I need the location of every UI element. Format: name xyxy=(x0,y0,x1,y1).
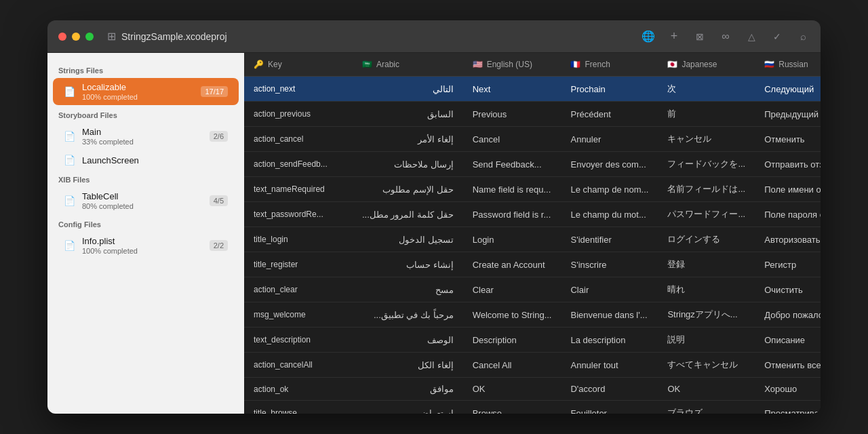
titlebar: ⊞ StringzSample.xcodeproj 🌐 + ⊠ ∞ △ ✓ ⌕ xyxy=(47,20,821,53)
col-header-english: 🇺🇸 English (US) xyxy=(463,53,561,77)
terminal-button[interactable]: ⊠ xyxy=(693,30,707,43)
translation-table: 🔑 Key 🇸🇦 Arabic xyxy=(244,53,821,414)
cell-french: Le champ de nom... xyxy=(561,177,658,202)
cell-english: Description xyxy=(463,328,561,353)
col-header-russian: 🇷🇺 Russian xyxy=(755,53,821,77)
cell-key: text_description xyxy=(244,328,353,353)
cell-arabic: حقل كلمة المرور مطل... xyxy=(353,202,463,227)
table-row[interactable]: title_registerإنشاء حسابCreate an Accoun… xyxy=(244,252,821,277)
sidebar-item-infoplist-info: Info.plist 100% completed xyxy=(82,236,203,255)
table-row[interactable]: action_sendFeedb...إرسال ملاحظاتSend Fee… xyxy=(244,152,821,177)
cell-arabic: السابق xyxy=(353,102,463,127)
sidebar-item-infoplist-badge: 2/2 xyxy=(210,240,228,251)
minimize-button[interactable] xyxy=(72,33,80,41)
cell-key: action_ok xyxy=(244,378,353,401)
cell-arabic: تسجيل الدخول xyxy=(353,227,463,252)
file-icon-main: 📄 xyxy=(64,131,75,142)
cell-english: Browse xyxy=(463,401,561,414)
table-row[interactable]: action_cancelAllإلغاء الكلCancel AllAnnu… xyxy=(244,353,821,378)
sidebar-item-main-info: Main 33% completed xyxy=(82,127,203,146)
table-row[interactable]: text_descriptionالوصفDescriptionLa descr… xyxy=(244,328,821,353)
table-row[interactable]: title_browseاستعراضBrowseFeuilleterブラウズП… xyxy=(244,401,821,414)
cell-key: msg_welcome xyxy=(244,302,353,328)
table-container[interactable]: 🔑 Key 🇸🇦 Arabic xyxy=(244,53,821,414)
cell-english: OK xyxy=(463,378,561,401)
table-row[interactable]: text_passwordRe...حقل كلمة المرور مطل...… xyxy=(244,202,821,227)
cell-english: Previous xyxy=(463,102,561,127)
cell-japanese: ブラウズ xyxy=(658,401,755,414)
cell-russian: Следующий xyxy=(755,77,821,102)
cell-english: Next xyxy=(463,77,561,102)
file-icon: 📄 xyxy=(64,86,75,97)
sidebar-item-localizable-info: Localizable 100% completed xyxy=(82,82,194,101)
sidebar-item-main-name: Main xyxy=(82,127,203,137)
sidebar-item-launchscreen[interactable]: 📄 LaunchScreen xyxy=(53,151,239,170)
cell-arabic: إنشاء حساب xyxy=(353,252,463,277)
cell-arabic: موافق xyxy=(353,378,463,401)
table-row[interactable]: text_nameRequiredحقل الإسم مطلوبName fie… xyxy=(244,177,821,202)
cell-arabic: إرسال ملاحظات xyxy=(353,152,463,177)
search-button[interactable]: ⌕ xyxy=(796,30,810,43)
infinity-button[interactable]: ∞ xyxy=(719,30,732,43)
sidebar-item-tablecell[interactable]: 📄 TableCell 80% completed 4/5 xyxy=(53,187,239,214)
cell-russian: Просматривать xyxy=(755,401,821,414)
main-content: 🔑 Key 🇸🇦 Arabic xyxy=(244,53,821,414)
cell-arabic: التالي xyxy=(353,77,463,102)
table-row[interactable]: action_okموافقOKD'accordOKХорошо xyxy=(244,378,821,401)
cell-french: Envoyer des com... xyxy=(561,152,658,177)
check-button[interactable]: ✓ xyxy=(770,30,784,43)
cell-english: Send Feedback... xyxy=(463,152,561,177)
cell-arabic: إلغاء الأمر xyxy=(353,127,463,152)
window-title-area: ⊞ StringzSample.xcodeproj xyxy=(107,30,227,43)
sidebar-item-tablecell-name: TableCell xyxy=(82,191,203,201)
col-header-french: 🇫🇷 French xyxy=(561,53,658,77)
col-header-key: 🔑 Key xyxy=(244,53,353,77)
cell-french: S'identifier xyxy=(561,227,658,252)
warning-button[interactable]: △ xyxy=(745,30,758,43)
cell-japanese: すべてキャンセル xyxy=(658,353,755,378)
cell-japanese: 前 xyxy=(658,102,755,127)
table-row[interactable]: msg_welcomeمرحباً بك في تطبيق...Welcome … xyxy=(244,302,821,328)
traffic-lights xyxy=(58,33,94,41)
section-label-strings: Strings Files xyxy=(47,61,244,77)
add-button[interactable]: + xyxy=(667,30,681,43)
cell-key: text_nameRequired xyxy=(244,177,353,202)
close-button[interactable] xyxy=(58,33,66,41)
cell-russian: Хорошо xyxy=(755,378,821,401)
cell-japanese: 登録 xyxy=(658,252,755,277)
file-icon-table: 📄 xyxy=(64,195,75,206)
sidebar-item-infoplist[interactable]: 📄 Info.plist 100% completed 2/2 xyxy=(53,232,239,259)
cell-japanese: OK xyxy=(658,378,755,401)
cell-english: Welcome to String... xyxy=(463,302,561,328)
cell-russian: Поле пароля обяз... xyxy=(755,202,821,227)
cell-arabic: مسح xyxy=(353,277,463,302)
cell-key: action_previous xyxy=(244,102,353,127)
cell-key: action_clear xyxy=(244,277,353,302)
cell-french: Le champ du mot... xyxy=(561,202,658,227)
sidebar-item-localizable[interactable]: 📄 Localizable 100% completed 17/17 xyxy=(53,78,239,105)
cell-english: Name field is requ... xyxy=(463,177,561,202)
table-row[interactable]: action_previousالسابقPreviousPrécédent前П… xyxy=(244,102,821,127)
sidebar-item-infoplist-sub: 100% completed xyxy=(82,247,203,255)
globe-button[interactable]: 🌐 xyxy=(642,30,655,43)
cell-key: action_sendFeedb... xyxy=(244,152,353,177)
cell-french: D'accord xyxy=(561,378,658,401)
cell-russian: Авторизоваться xyxy=(755,227,821,252)
maximize-button[interactable] xyxy=(85,33,94,41)
table-row[interactable]: action_nextالتاليNextProchain次Следующий xyxy=(244,77,821,102)
cell-key: text_passwordRe... xyxy=(244,202,353,227)
table-row[interactable]: title_loginتسجيل الدخولLoginS'identifier… xyxy=(244,227,821,252)
cell-key: title_login xyxy=(244,227,353,252)
japanese-flag-icon: 🇯🇵 xyxy=(667,60,677,69)
table-row[interactable]: action_cancelإلغاء الأمرCancelAnnulerキャン… xyxy=(244,127,821,152)
cell-arabic: استعراض xyxy=(353,401,463,414)
sidebar-item-launchscreen-name: LaunchScreen xyxy=(82,155,228,165)
table-row[interactable]: action_clearمسحClearClair晴れОчистить xyxy=(244,277,821,302)
sidebar-item-tablecell-info: TableCell 80% completed xyxy=(82,191,203,210)
titlebar-actions: 🌐 + ⊠ ∞ △ ✓ ⌕ xyxy=(642,30,810,43)
sidebar-item-tablecell-sub: 80% completed xyxy=(82,202,203,210)
cell-french: Annuler xyxy=(561,127,658,152)
sidebar-item-launchscreen-info: LaunchScreen xyxy=(82,155,228,165)
sidebar-item-main[interactable]: 📄 Main 33% completed 2/6 xyxy=(53,123,239,150)
col-header-japanese: 🇯🇵 Japanese xyxy=(658,53,755,77)
